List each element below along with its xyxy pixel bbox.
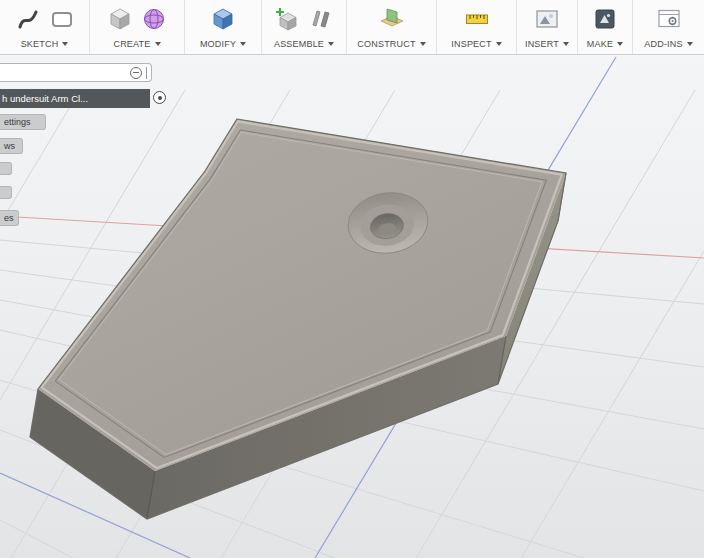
browser-header <box>0 63 152 82</box>
chevron-down-icon <box>155 42 161 46</box>
new-component-icon[interactable] <box>272 3 302 35</box>
ribbon-toolbar: SKETCH <box>0 0 704 55</box>
browser-item-collapsed-1[interactable] <box>0 162 12 175</box>
toolbar-section-inspect: INSPECT <box>437 0 517 54</box>
insert-image-icon[interactable] <box>532 3 562 35</box>
press-pull-icon[interactable] <box>208 3 238 35</box>
chevron-down-icon <box>617 42 623 46</box>
chevron-down-icon <box>496 42 502 46</box>
chevron-down-icon <box>328 42 334 46</box>
toolbar-section-modify: MODIFY <box>185 0 262 54</box>
browser-item-collapsed-2[interactable] <box>0 186 12 199</box>
scripts-addins-icon[interactable] <box>654 3 684 35</box>
sketch-menu-button[interactable]: SKETCH <box>21 36 69 52</box>
assemble-menu-label: ASSEMBLE <box>274 39 324 49</box>
toolbar-section-sketch: SKETCH <box>0 0 90 54</box>
sketch-rectangle-icon[interactable] <box>47 3 77 35</box>
create-menu-label: CREATE <box>113 39 150 49</box>
joint-icon[interactable] <box>306 3 336 35</box>
coffin-plate-model[interactable] <box>30 119 566 519</box>
fusion360-window: SKETCH <box>0 0 704 558</box>
make-menu-label: MAKE <box>587 39 613 49</box>
construct-plane-icon[interactable] <box>377 3 407 35</box>
3d-print-icon[interactable] <box>590 3 620 35</box>
primitive-box-icon[interactable] <box>105 3 135 35</box>
make-menu-button[interactable]: MAKE <box>587 36 623 52</box>
activate-component-radio-icon[interactable] <box>153 91 166 104</box>
modify-menu-button[interactable]: MODIFY <box>200 36 246 52</box>
chevron-down-icon <box>687 42 693 46</box>
browser-resize-handle[interactable] <box>146 67 147 79</box>
sketch-menu-label: SKETCH <box>21 39 59 49</box>
create-sketch-icon[interactable] <box>13 3 43 35</box>
addins-menu-label: ADD-INS <box>644 39 682 49</box>
toolbar-section-assemble: ASSEMBLE <box>262 0 347 54</box>
viewport-canvas[interactable] <box>0 55 704 558</box>
chevron-down-icon <box>240 42 246 46</box>
collapse-all-icon[interactable] <box>130 67 142 79</box>
chevron-down-icon <box>62 42 68 46</box>
insert-menu-label: INSERT <box>525 39 559 49</box>
modify-menu-label: MODIFY <box>200 39 236 49</box>
browser-item-bodies[interactable]: es <box>0 210 19 226</box>
toolbar-section-addins: ADD-INS <box>633 0 704 54</box>
viewport: h undersuit Arm Cl... ettings ws es <box>0 55 704 558</box>
browser-item-named-views[interactable]: ws <box>0 138 23 154</box>
toolbar-section-make: MAKE <box>578 0 633 54</box>
browser-item-document-settings[interactable]: ettings <box>0 114 46 130</box>
create-form-icon[interactable] <box>139 3 169 35</box>
insert-menu-button[interactable]: INSERT <box>525 36 569 52</box>
construct-menu-label: CONSTRUCT <box>357 39 415 49</box>
create-menu-button[interactable]: CREATE <box>113 36 160 52</box>
toolbar-section-construct: CONSTRUCT <box>347 0 437 54</box>
chevron-down-icon <box>420 42 426 46</box>
addins-menu-button[interactable]: ADD-INS <box>644 36 692 52</box>
chevron-down-icon <box>563 42 569 46</box>
toolbar-section-create: CREATE <box>90 0 185 54</box>
construct-menu-button[interactable]: CONSTRUCT <box>357 36 425 52</box>
measure-icon[interactable] <box>462 3 492 35</box>
inspect-menu-label: INSPECT <box>451 39 491 49</box>
inspect-menu-button[interactable]: INSPECT <box>451 36 501 52</box>
browser-document-row[interactable]: h undersuit Arm Cl... <box>0 89 150 108</box>
toolbar-section-insert: INSERT <box>517 0 578 54</box>
assemble-menu-button[interactable]: ASSEMBLE <box>274 36 334 52</box>
